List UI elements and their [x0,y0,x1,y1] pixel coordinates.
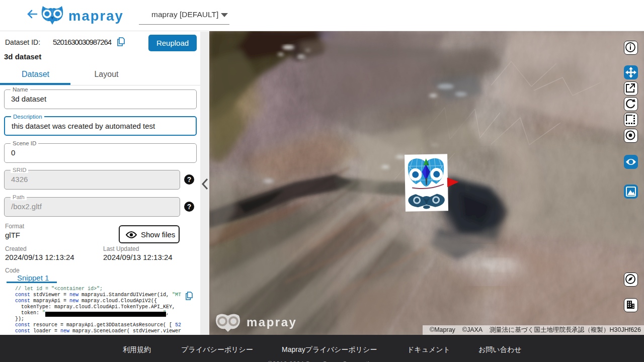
svg-text:mapray: mapray [68,8,124,24]
